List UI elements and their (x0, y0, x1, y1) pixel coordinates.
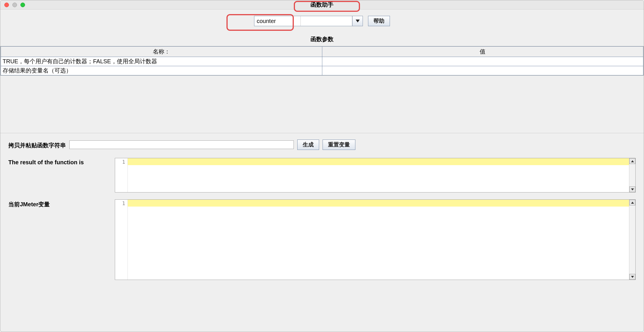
vars-textarea[interactable]: 1 (115, 199, 636, 280)
table-row[interactable]: TRUE，每个用户有自己的计数器；FALSE，使用全局计数器 (1, 57, 643, 66)
line-number: 1 (122, 200, 125, 206)
vars-row: 当前JMeter变量 1 (8, 199, 636, 280)
vars-label: 当前JMeter变量 (8, 199, 112, 208)
result-body[interactable] (128, 158, 629, 192)
reset-vars-button[interactable]: 重置变量 (323, 140, 355, 150)
copy-paste-row: 拷贝并粘贴函数字符串 生成 重置变量 (8, 140, 636, 150)
spacer (0, 76, 644, 133)
param-value-cell[interactable] (322, 66, 643, 75)
titlebar: 函数助手 (0, 0, 644, 9)
vars-body[interactable] (128, 200, 629, 280)
combobox-arrow-button[interactable] (352, 16, 363, 26)
scrollbar[interactable] (629, 158, 635, 192)
vars-gutter: 1 (115, 200, 128, 280)
param-name-cell: 存储结果的变量名（可选） (1, 66, 322, 75)
scrollbar[interactable] (629, 200, 635, 280)
function-combobox[interactable]: counter (254, 16, 363, 26)
vars-line (128, 200, 629, 207)
result-textarea[interactable]: 1 (115, 158, 636, 192)
maximize-icon[interactable] (20, 3, 25, 7)
window-controls (4, 3, 25, 7)
function-select-row: counter 帮助 (0, 9, 644, 33)
scroll-down-icon[interactable] (629, 186, 635, 192)
params-table: 名称： 值 TRUE，每个用户有自己的计数器；FALSE，使用全局计数器 存储结… (1, 46, 643, 75)
result-line (128, 158, 629, 165)
param-value-cell[interactable] (322, 57, 643, 66)
generate-button[interactable]: 生成 (297, 140, 319, 150)
table-row[interactable]: 存储结果的变量名（可选） (1, 66, 643, 75)
help-button[interactable]: 帮助 (368, 16, 390, 26)
scroll-up-icon[interactable] (629, 158, 635, 164)
svg-marker-0 (356, 20, 360, 22)
table-header-row: 名称： 值 (1, 47, 643, 57)
col-name: 名称： (1, 47, 322, 57)
minimize-icon[interactable] (12, 3, 17, 7)
function-combobox-value: counter (254, 16, 300, 26)
scroll-up-icon[interactable] (629, 200, 635, 205)
param-name-cell: TRUE，每个用户有自己的计数器；FALSE，使用全局计数器 (1, 57, 322, 66)
chevron-down-icon (356, 20, 360, 22)
function-string-input[interactable] (69, 140, 294, 149)
params-table-wrap: 名称： 值 TRUE，每个用户有自己的计数器；FALSE，使用全局计数器 存储结… (0, 46, 644, 76)
col-value: 值 (322, 47, 643, 57)
result-row: The result of the function is 1 (8, 158, 636, 192)
copy-paste-label: 拷贝并粘贴函数字符串 (8, 140, 66, 149)
function-helper-window: 函数助手 counter 帮助 函数参数 名称： 值 (0, 0, 644, 332)
result-label: The result of the function is (8, 158, 112, 166)
lower-panel: 拷贝并粘贴函数字符串 生成 重置变量 The result of the fun… (0, 133, 644, 293)
result-gutter: 1 (115, 158, 128, 192)
function-combobox-spacer (300, 16, 352, 26)
window-title: 函数助手 (310, 1, 334, 9)
scroll-down-icon[interactable] (629, 274, 635, 280)
params-section-title: 函数参数 (0, 33, 644, 46)
line-number: 1 (122, 159, 125, 165)
close-icon[interactable] (4, 3, 9, 7)
